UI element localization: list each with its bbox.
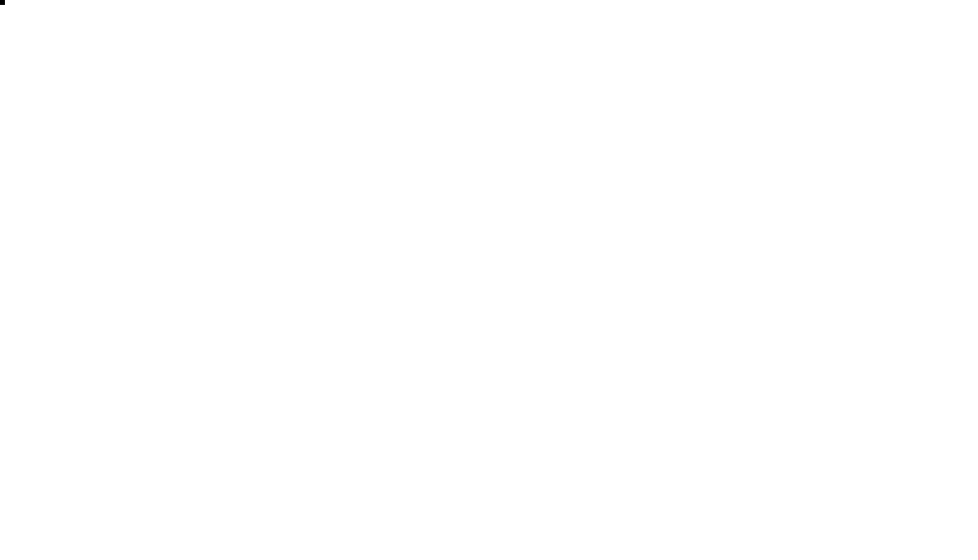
spreadsheet (0, 0, 978, 560)
active-cell-outline (0, 0, 4, 4)
fill-handle[interactable] (0, 0, 5, 5)
